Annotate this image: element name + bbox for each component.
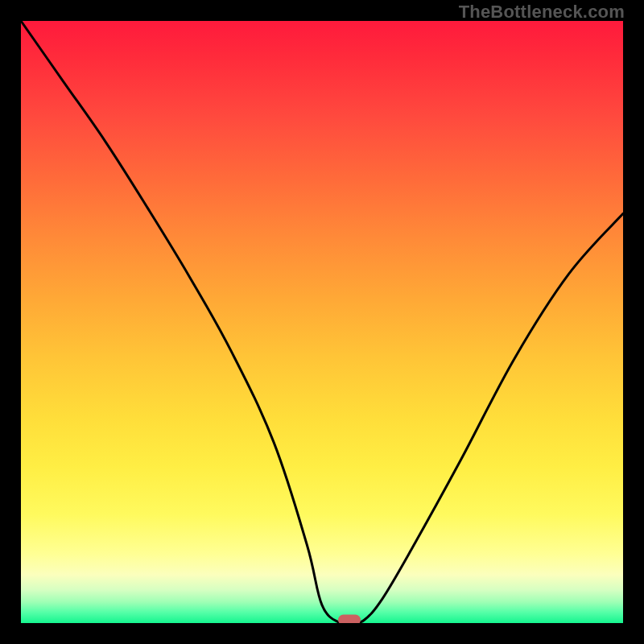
chart-frame: TheBottleneck.com bbox=[0, 0, 644, 644]
bottleneck-curve bbox=[21, 21, 623, 623]
watermark-text: TheBottleneck.com bbox=[459, 2, 625, 23]
plot-area bbox=[21, 21, 623, 623]
optimal-marker bbox=[338, 615, 361, 624]
